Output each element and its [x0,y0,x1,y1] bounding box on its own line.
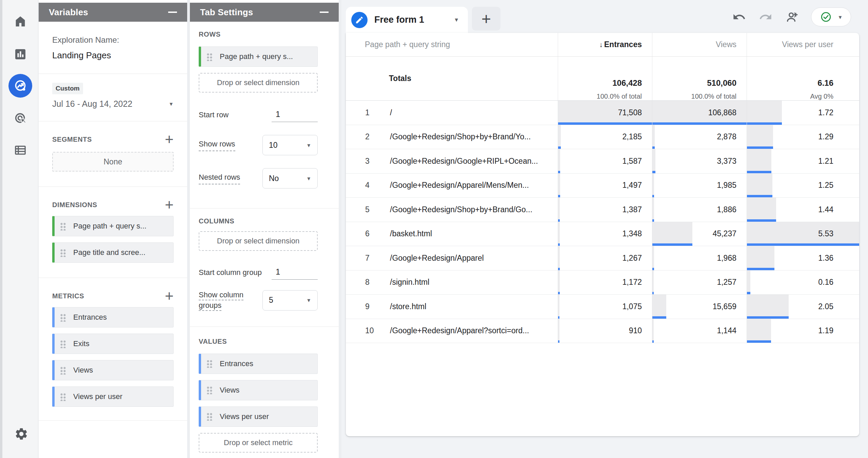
home-icon[interactable] [13,14,28,29]
column-header-views[interactable]: Views [652,33,747,56]
drag-handle-icon [60,366,66,375]
minimize-variables-icon[interactable] [168,12,177,13]
views-per-user-value: 1.25 [818,181,833,190]
rows-chip-label: Page path + query s... [220,52,293,61]
dimension-chip[interactable]: Page path + query s... [52,216,174,236]
metric-chip[interactable]: Exits [52,334,174,354]
entrances-bar [558,198,560,222]
start-row-input[interactable] [272,108,318,122]
cell-views: 45,237 [652,222,747,246]
show-column-groups-value: 5 [269,296,273,305]
explore-icon-active[interactable] [8,74,32,98]
dimension-chip[interactable]: Page title and scree... [52,242,174,263]
add-dimension-button[interactable]: + [165,200,174,210]
entrances-value: 1,172 [622,278,642,287]
cell-entrances: 2,185 [558,125,652,149]
show-rows-select[interactable]: 10 ▼ [262,135,318,155]
minimize-tab-settings-icon[interactable] [320,12,329,13]
tab-free-form[interactable]: Free form 1 ▼ [346,7,468,33]
table-row[interactable]: 1 / 71,508 106,868 1.72 [346,101,859,125]
start-column-input[interactable] [272,266,318,280]
show-column-groups-label: Show column groups [199,290,250,311]
column-header-views-per-user[interactable]: Views per user [747,33,859,56]
views-per-user-bar [747,198,776,222]
settings-gear-icon[interactable] [2,427,40,441]
views-value: 1,144 [717,326,736,335]
table-row[interactable]: 4 /Google+Redesign/Apparel/Mens/Men... 1… [346,174,859,198]
values-drop-metric-zone[interactable]: Drop or select metric [199,433,318,453]
left-nav-rail [0,0,38,458]
chevron-down-icon: ▼ [306,297,311,303]
segments-none-dropzone[interactable]: None [52,152,174,172]
date-range-selector[interactable]: Jul 16 - Aug 14, 2022 ▼ [52,99,174,109]
views-per-user-value: 1.72 [818,108,833,117]
cell-views-per-user: 1.21 [747,149,859,173]
reports-icon[interactable] [13,47,28,62]
segments-label: SEGMENTS [52,136,92,143]
nested-rows-field: Nested rows No ▼ [199,168,318,188]
metric-chip[interactable]: Views per user [52,386,174,407]
table-row[interactable]: 7 /Google+Redesign/Apparel 1,267 1,968 1… [346,246,859,271]
chevron-down-icon[interactable]: ▼ [454,17,459,23]
metric-chip[interactable]: Views [52,360,174,380]
value-chip-label: Entrances [220,359,253,368]
value-chip[interactable]: Entrances [199,354,318,374]
exploration-status-button[interactable]: ▼ [811,7,851,26]
table-totals-row: Totals 106,428 100.0% of total 510,060 1… [346,57,859,101]
column-header-entrances-sorted[interactable]: ↓ Entrances [558,33,652,56]
advertising-icon[interactable] [13,111,28,126]
show-column-groups-select[interactable]: 5 ▼ [262,290,318,311]
redo-icon[interactable] [758,9,773,24]
date-range-section: Custom Jul 16 - Aug 14, 2022 ▼ [39,74,187,121]
views-value: 1,886 [717,205,736,214]
chevron-down-icon: ▼ [306,142,311,148]
row-page-path: /Google+Redesign/Google+RIPL+Ocean... [390,157,538,166]
table-row[interactable]: 8 /signin.html 1,172 1,257 0.16 [346,271,859,295]
value-chip[interactable]: Views [199,380,318,400]
exploration-name-section: Exploration Name: Landing Pages [39,22,187,74]
value-chip[interactable]: Views per user [199,406,318,427]
table-row[interactable]: 2 /Google+Redesign/Shop+by+Brand/Yo... 2… [346,125,859,150]
cell-views: 15,659 [652,295,747,319]
undo-icon[interactable] [732,9,747,24]
exploration-canvas: Free form 1 ▼ + ▼ Page p [341,0,868,458]
admin-list-icon[interactable] [13,143,28,158]
cell-views-per-user: 5.53 [747,222,859,246]
metric-chip[interactable]: Entrances [52,307,174,327]
table-body: 1 / 71,508 106,868 1.72 2 /Google+Redesi… [346,101,859,343]
rows-dimension-chip[interactable]: Page path + query s... [199,46,318,67]
table-row[interactable]: 10 /Google+Redesign/Apparel?sortci=ord..… [346,319,859,343]
columns-drop-dimension-zone[interactable]: Drop or select dimension [199,231,318,251]
entrances-bar [558,319,559,343]
views-value: 1,968 [717,254,736,263]
table-row[interactable]: 9 /store.html 1,075 15,659 2.05 [346,295,859,319]
add-segment-button[interactable]: + [165,134,174,144]
drag-handle-icon [60,248,66,257]
date-range-value: Jul 16 - Aug 14, 2022 [52,99,132,109]
views-per-user-value: 1.36 [818,254,833,263]
entrances-value: 1,587 [622,157,642,166]
totals-views-per-user: 6.16 Avg 0% [747,57,859,100]
nested-rows-select[interactable]: No ▼ [262,168,318,188]
row-page-path: /basket.html [390,229,432,238]
rows-drop-dimension-zone[interactable]: Drop or select dimension [199,73,318,93]
views-per-user-bar [747,101,782,125]
share-person-add-icon[interactable] [785,9,800,24]
table-row[interactable]: 6 /basket.html 1,348 45,237 5.53 [346,222,859,246]
table-row[interactable]: 5 /Google+Redesign/Shop+by+Brand/Go... 1… [346,198,859,222]
exploration-name-value[interactable]: Landing Pages [52,50,174,61]
views-per-user-bar [747,149,771,173]
cell-entrances: 1,172 [558,271,652,295]
cell-entrances: 1,348 [558,222,652,246]
add-tab-button[interactable]: + [472,7,500,31]
cell-entrances: 910 [558,319,652,343]
add-metric-button[interactable]: + [165,291,174,301]
entrances-value: 1,075 [622,302,642,311]
views-value: 2,878 [717,132,736,141]
column-header-dimension[interactable]: Page path + query string [346,33,558,56]
table-row[interactable]: 3 /Google+Redesign/Google+RIPL+Ocean... … [346,149,859,174]
views-value: 1,985 [717,181,736,190]
columns-label: COLUMNS [199,217,318,225]
cell-views-per-user: 1.72 [747,101,859,125]
entrances-bar [558,246,560,270]
